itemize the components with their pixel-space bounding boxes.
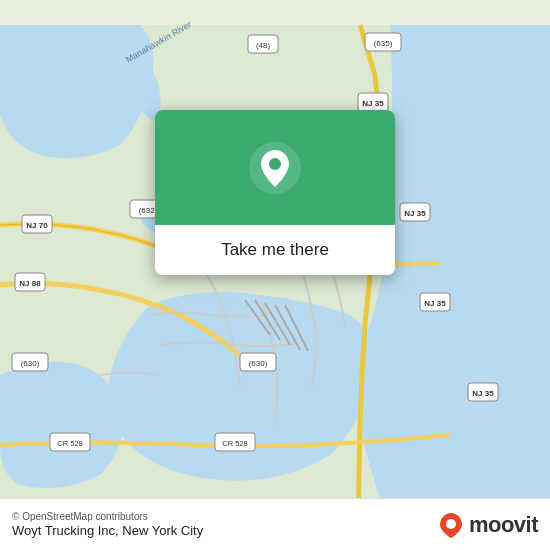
moovit-pin-icon	[437, 511, 465, 539]
svg-text:NJ 35: NJ 35	[424, 299, 446, 308]
svg-text:CR 528: CR 528	[222, 439, 247, 448]
moovit-brand-text: moovit	[469, 512, 538, 538]
location-pin-icon	[249, 142, 301, 194]
svg-text:(635): (635)	[374, 39, 393, 48]
moovit-logo: moovit	[437, 511, 538, 539]
svg-point-34	[269, 158, 281, 170]
popup-header	[155, 110, 395, 225]
bottom-bar: © OpenStreetMap contributors Woyt Trucki…	[0, 498, 550, 550]
svg-point-35	[446, 519, 456, 529]
location-text: Woyt Trucking Inc, New York City	[12, 523, 437, 538]
map-container: Manahawkin River NJ 70 NJ 88 NJ 35 NJ 35…	[0, 0, 550, 550]
svg-text:(630): (630)	[21, 359, 40, 368]
svg-text:NJ 70: NJ 70	[26, 221, 48, 230]
map-background: Manahawkin River NJ 70 NJ 88 NJ 35 NJ 35…	[0, 0, 550, 550]
svg-text:NJ 35: NJ 35	[362, 99, 384, 108]
svg-text:NJ 88: NJ 88	[19, 279, 41, 288]
svg-text:NJ 35: NJ 35	[472, 389, 494, 398]
svg-text:CR 528: CR 528	[57, 439, 82, 448]
popup-action[interactable]: Take me there	[155, 225, 395, 275]
svg-text:(630): (630)	[249, 359, 268, 368]
svg-text:(48): (48)	[256, 41, 271, 50]
take-me-there-button[interactable]: Take me there	[221, 240, 329, 260]
copyright-text: © OpenStreetMap contributors	[12, 511, 431, 522]
popup-card: Take me there	[155, 110, 395, 275]
svg-text:NJ 35: NJ 35	[404, 209, 426, 218]
